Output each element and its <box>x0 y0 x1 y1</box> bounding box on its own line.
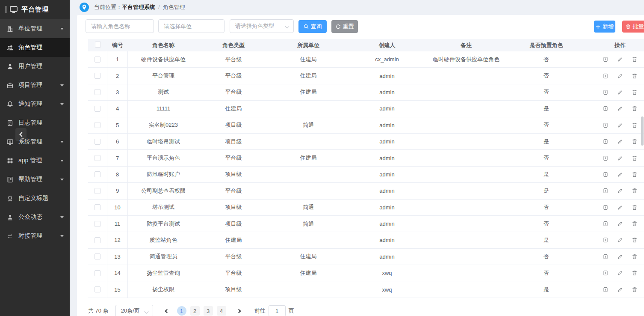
header-operations: 操作 <box>586 42 644 49</box>
delete-button[interactable] <box>631 253 638 260</box>
edit-button[interactable] <box>617 221 623 227</box>
cell-unit: 简通 <box>268 200 349 215</box>
edit-button[interactable] <box>617 138 623 145</box>
page-button-2[interactable]: 2 <box>190 306 200 316</box>
detail-button[interactable] <box>602 171 609 178</box>
breadcrumb-root[interactable]: 平台管理系统 <box>122 3 155 11</box>
detail-button[interactable] <box>602 138 609 145</box>
edit-button[interactable] <box>617 237 623 244</box>
row-checkbox[interactable] <box>95 188 100 194</box>
select-all-checkbox[interactable] <box>95 42 101 48</box>
delete-button[interactable] <box>631 270 638 277</box>
delete-button[interactable] <box>631 122 638 128</box>
detail-button[interactable] <box>602 204 609 211</box>
row-checkbox[interactable] <box>95 139 100 145</box>
page-button-4[interactable]: 4 <box>217 306 226 316</box>
role-type-select[interactable]: 请选择角色类型 <box>230 19 294 33</box>
detail-button[interactable] <box>602 221 609 227</box>
sidebar-item-integration-management[interactable]: 对接管理 <box>0 227 70 245</box>
cell-preset: 是 <box>507 183 586 199</box>
cell-role-type: 项目级 <box>199 117 268 133</box>
reset-button[interactable]: 重置 <box>331 20 358 33</box>
edit-button[interactable] <box>617 188 623 194</box>
sidebar-item-user-management[interactable]: 用户管理 <box>0 57 70 76</box>
sidebar-item-app-management[interactable]: app 管理 <box>0 151 70 170</box>
edit-button[interactable] <box>617 56 623 63</box>
row-checkbox[interactable] <box>95 253 100 259</box>
row-checkbox[interactable] <box>95 270 100 276</box>
detail-button[interactable] <box>602 72 609 79</box>
delete-button[interactable] <box>631 237 638 244</box>
edit-icon <box>617 138 623 145</box>
detail-button[interactable] <box>602 286 609 293</box>
prev-page-button[interactable] <box>163 307 170 314</box>
sidebar-item-log-management[interactable]: 日志管理 <box>0 113 70 132</box>
row-checkbox[interactable] <box>95 57 100 63</box>
sidebar-item-public-dynamics[interactable]: 公众动态 <box>0 208 70 227</box>
sidebar-item-project-management[interactable]: 项目管理 <box>0 76 70 95</box>
row-checkbox[interactable] <box>95 106 100 112</box>
edit-button[interactable] <box>617 171 623 178</box>
detail-button[interactable] <box>602 237 609 244</box>
detail-button[interactable] <box>602 253 609 260</box>
cell-role-name: 质监站角色 <box>128 232 199 248</box>
sidebar-item-help-management[interactable]: 帮助管理 <box>0 170 70 189</box>
role-name-input[interactable] <box>86 19 154 33</box>
row-checkbox[interactable] <box>95 122 100 128</box>
delete-button[interactable] <box>631 105 638 112</box>
sidebar-item-label: 角色管理 <box>18 44 42 51</box>
add-button[interactable]: 新增 <box>594 21 615 33</box>
detail-button[interactable] <box>602 155 609 161</box>
delete-icon <box>632 237 638 243</box>
detail-button[interactable] <box>602 105 609 112</box>
edit-button[interactable] <box>617 122 623 128</box>
edit-button[interactable] <box>617 105 623 112</box>
goto-page-input[interactable] <box>269 305 286 316</box>
detail-button[interactable] <box>602 122 609 128</box>
sidebar-item-role-management[interactable]: 角色管理 <box>0 38 70 57</box>
sidebar-item-custom-title[interactable]: 自定义标题 <box>0 189 70 208</box>
edit-button[interactable] <box>617 204 623 211</box>
delete-button[interactable] <box>631 155 638 161</box>
page-button-1[interactable]: 1 <box>177 306 186 316</box>
row-checkbox[interactable] <box>95 237 100 243</box>
delete-button[interactable] <box>631 286 638 293</box>
edit-button[interactable] <box>617 155 623 161</box>
sidebar-item-system-management[interactable]: 系统管理 <box>0 132 70 151</box>
unit-input[interactable] <box>158 19 225 33</box>
delete-button[interactable] <box>631 171 638 178</box>
row-checkbox[interactable] <box>95 89 100 95</box>
row-checkbox[interactable] <box>95 204 100 210</box>
delete-button[interactable] <box>631 72 638 79</box>
delete-button[interactable] <box>631 188 638 194</box>
edit-button[interactable] <box>617 253 623 260</box>
detail-button[interactable] <box>602 188 609 194</box>
delete-button[interactable] <box>631 221 638 227</box>
page-size-select[interactable]: 20条/页 <box>115 305 153 316</box>
row-checkbox[interactable] <box>95 155 100 161</box>
edit-button[interactable] <box>617 270 623 277</box>
sidebar-item-notice-management[interactable]: 通知管理 <box>0 95 70 113</box>
edit-button[interactable] <box>617 72 623 79</box>
next-page-button[interactable] <box>236 307 243 314</box>
detail-button[interactable] <box>602 56 609 63</box>
row-checkbox[interactable] <box>95 171 100 177</box>
page-button-3[interactable]: 3 <box>204 306 213 316</box>
sidebar-collapse-button[interactable] <box>15 128 27 141</box>
edit-button[interactable] <box>617 286 623 293</box>
row-checkbox[interactable] <box>95 221 100 227</box>
batch-delete-button[interactable]: 批量删除 <box>622 21 644 33</box>
delete-button[interactable] <box>631 204 638 211</box>
cell-role-type: 住建局 <box>199 232 268 248</box>
scrollbar-thumb[interactable] <box>641 116 644 146</box>
search-button[interactable]: 查询 <box>298 20 327 33</box>
delete-button[interactable] <box>631 56 638 63</box>
row-checkbox[interactable] <box>95 286 100 292</box>
edit-button[interactable] <box>617 89 623 95</box>
sidebar-item-unit-management[interactable]: 单位管理 <box>0 19 70 38</box>
delete-button[interactable] <box>631 89 638 95</box>
row-checkbox[interactable] <box>95 73 100 79</box>
detail-button[interactable] <box>602 89 609 95</box>
detail-button[interactable] <box>602 270 609 277</box>
delete-button[interactable] <box>631 138 638 145</box>
